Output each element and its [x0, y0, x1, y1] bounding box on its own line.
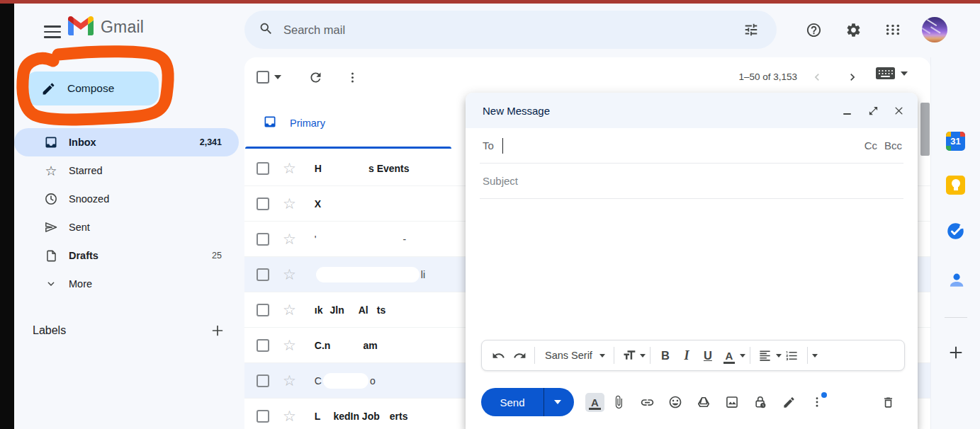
refresh-icon[interactable]	[301, 63, 330, 91]
tab-primary[interactable]: Primary	[244, 97, 451, 149]
font-family-select[interactable]: Sans Serif	[545, 350, 592, 361]
row-checkbox[interactable]	[257, 374, 269, 387]
tasks-icon[interactable]	[941, 216, 971, 246]
align-icon[interactable]	[755, 344, 776, 367]
more-formatting-caret[interactable]	[812, 354, 818, 358]
star-icon[interactable]: ☆	[283, 161, 296, 176]
star-icon[interactable]: ☆	[283, 338, 296, 353]
cc-toggle[interactable]: Cc	[864, 139, 877, 151]
older-page-chevron-icon[interactable]	[838, 63, 867, 91]
sidebar-nav: Inbox 2,341 ☆ Starred Snoozed Sent Draft…	[14, 128, 244, 298]
italic-button[interactable]: I	[676, 344, 697, 367]
bold-button[interactable]: B	[655, 344, 676, 367]
row-checkbox[interactable]	[257, 410, 269, 423]
compose-window-controls	[840, 93, 906, 128]
subject-row[interactable]: Subject	[480, 164, 903, 199]
font-size-icon[interactable]	[619, 344, 640, 367]
gmail-app: Gmail Search mail	[14, 4, 980, 429]
google-drive-icon[interactable]	[689, 388, 718, 416]
search-icon[interactable]	[259, 21, 274, 39]
newer-page-chevron-icon[interactable]	[803, 63, 831, 91]
send-button[interactable]: Send	[481, 388, 574, 416]
gmail-wordmark: Gmail	[101, 18, 144, 37]
more-options-icon[interactable]	[338, 63, 366, 91]
calendar-icon[interactable]: 31	[941, 126, 971, 156]
row-checkbox[interactable]	[257, 233, 269, 246]
text-color-button[interactable]: A	[719, 344, 740, 367]
sidebar-item-sent[interactable]: Sent	[14, 213, 239, 241]
insert-link-icon[interactable]	[633, 388, 661, 416]
account-avatar[interactable]	[922, 17, 947, 42]
help-icon[interactable]	[799, 15, 828, 45]
confidential-mode-lock-icon[interactable]	[746, 388, 775, 416]
sidebar-item-starred[interactable]: ☆ Starred	[14, 156, 239, 185]
star-icon: ☆	[44, 164, 58, 178]
inbox-icon	[44, 135, 58, 149]
main-menu-button[interactable]	[35, 15, 69, 49]
text-color-caret[interactable]	[740, 354, 745, 358]
sidebar-item-inbox[interactable]: Inbox 2,341	[14, 128, 239, 156]
create-label-plus-icon[interactable]	[206, 319, 229, 342]
email-sender: LkedIn Joberts	[315, 408, 408, 424]
redaction-blob	[370, 302, 376, 318]
contacts-icon[interactable]	[941, 265, 971, 295]
recipients-row[interactable]: To Cc Bcc	[480, 128, 903, 164]
search-bar[interactable]: Search mail	[244, 11, 777, 49]
sidebar-item-snoozed[interactable]: Snoozed	[14, 185, 239, 213]
google-apps-grid-icon[interactable]	[878, 15, 908, 45]
select-all-checkbox[interactable]	[257, 71, 269, 84]
bcc-toggle[interactable]: Bcc	[884, 139, 902, 151]
row-checkbox[interactable]	[257, 162, 269, 175]
select-dropdown-caret[interactable]	[274, 75, 281, 79]
star-icon[interactable]: ☆	[283, 196, 296, 211]
star-icon[interactable]: ☆	[283, 231, 296, 246]
insert-photo-icon[interactable]	[718, 388, 746, 416]
align-caret[interactable]	[776, 354, 782, 358]
send-options-caret[interactable]	[554, 400, 561, 404]
search-input[interactable]: Search mail	[283, 23, 737, 37]
search-options-icon[interactable]	[737, 16, 765, 44]
send-plane-icon	[44, 220, 58, 234]
sidebar-item-drafts[interactable]: Drafts 25	[14, 241, 239, 270]
subject-input[interactable]: Subject	[483, 175, 518, 187]
compose-header[interactable]: New Message	[466, 93, 918, 128]
star-icon[interactable]: ☆	[283, 408, 296, 423]
undo-icon[interactable]	[488, 344, 509, 367]
close-icon[interactable]	[891, 103, 906, 118]
get-add-ons-plus-icon[interactable]	[941, 338, 971, 367]
text-cursor	[502, 138, 504, 154]
sidebar-item-more[interactable]: More	[14, 270, 239, 298]
list-scrollbar-thumb[interactable]	[920, 103, 930, 156]
more-send-options-icon[interactable]	[803, 388, 831, 416]
insert-emoji-icon[interactable]	[661, 388, 689, 416]
minimize-icon[interactable]	[840, 103, 855, 118]
redaction-blob	[322, 408, 332, 424]
signature-pen-icon[interactable]	[775, 388, 803, 416]
star-icon[interactable]: ☆	[283, 267, 296, 282]
formatting-options-toggle[interactable]: A	[585, 393, 604, 412]
settings-gear-icon[interactable]	[838, 15, 868, 45]
star-icon[interactable]: ☆	[283, 373, 296, 388]
font-size-caret[interactable]	[640, 354, 646, 358]
keep-notes-icon[interactable]	[941, 170, 971, 200]
discard-draft-trash-icon[interactable]	[874, 388, 902, 416]
redo-icon[interactable]	[509, 344, 530, 367]
row-checkbox[interactable]	[257, 339, 269, 352]
input-tools-keyboard-icon[interactable]	[876, 67, 908, 79]
email-sender: li	[315, 267, 425, 282]
pop-out-icon[interactable]	[865, 103, 881, 118]
message-body-input[interactable]	[466, 199, 918, 338]
input-tools-caret[interactable]	[901, 72, 908, 76]
numbered-list-icon[interactable]	[782, 344, 803, 367]
row-checkbox[interactable]	[257, 304, 269, 316]
compose-label: Compose	[67, 82, 114, 95]
row-checkbox[interactable]	[257, 198, 269, 210]
star-icon[interactable]: ☆	[283, 302, 296, 317]
font-family-caret[interactable]	[599, 354, 605, 358]
compose-button[interactable]: Compose	[26, 72, 159, 105]
primary-tab-underline	[245, 147, 451, 149]
underline-button[interactable]: U	[697, 344, 719, 367]
compose-window: New Message To Cc Bcc Subject	[466, 93, 918, 429]
row-checkbox[interactable]	[257, 268, 269, 281]
attach-file-icon[interactable]	[604, 388, 633, 416]
